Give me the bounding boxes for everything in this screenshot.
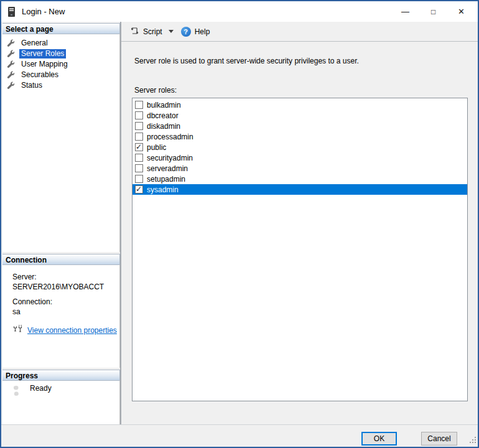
view-connection-properties-link[interactable]: View connection properties [27,326,117,335]
sidebar-item-label: Server Roles [19,49,66,58]
progress-header: Progress [2,370,120,381]
role-name: bulkadmin [147,101,181,110]
role-checkbox[interactable] [135,111,143,119]
page-list: General Server Roles User Mapping Secura… [2,34,120,252]
role-checkbox[interactable] [135,122,143,130]
role-name: diskadmin [147,122,180,131]
select-a-page-header: Select a page [2,23,120,34]
script-button[interactable]: Script [127,24,165,39]
server-role-row[interactable]: bulkadmin [133,100,467,110]
wrench-icon [7,71,15,79]
role-name: securityadmin [147,154,193,162]
role-checkbox[interactable] [135,175,143,183]
sidebar-item-label: Status [19,81,44,90]
server-role-row[interactable]: public [133,142,467,152]
page-description: Server role is used to grant server-wide… [134,57,359,65]
toolbar: Script ? Help [121,22,478,42]
server-role-row[interactable]: diskadmin [133,121,467,131]
role-name: processadmin [147,133,193,141]
role-name: public [147,143,166,152]
server-role-row[interactable]: setupadmin [133,174,467,184]
sidebar-item-securables[interactable]: Securables [2,70,119,80]
close-button[interactable]: ✕ [447,1,475,22]
main-panel: Script ? Help Server role is used to gra… [121,22,478,424]
connection-header: Connection [2,254,120,265]
maximize-button[interactable]: □ [419,1,447,22]
server-role-row[interactable]: serveradmin [133,163,467,174]
script-label: Script [143,27,162,36]
connection-label: Connection: [12,297,119,306]
server-role-row[interactable]: dbcreator [133,110,467,121]
server-roles-list[interactable]: bulkadmin dbcreator diskadmin processadm… [132,98,468,401]
script-dropdown-caret[interactable] [167,30,175,33]
minimize-button[interactable]: — [391,1,419,22]
window-controls: — □ ✕ [391,1,475,22]
role-checkbox[interactable] [135,143,143,151]
connection-panel: Server: SERVER2016\MYOBACCT Connection: … [2,265,120,368]
script-icon [130,26,139,37]
role-name: setupadmin [147,175,185,184]
cancel-button[interactable]: Cancel [421,432,457,446]
wrench-icon [7,82,15,90]
role-checkbox[interactable] [135,133,143,141]
server-role-row[interactable]: sysadmin [133,184,467,195]
resize-grip[interactable] [470,437,477,446]
server-roles-label: Server roles: [134,86,177,95]
title-bar: Login - New — □ ✕ [1,1,478,22]
server-app-icon [7,6,16,17]
role-checkbox[interactable] [135,154,143,162]
window-title: Login - New [22,7,65,16]
help-button[interactable]: ? Help [178,24,213,39]
sidebar-item-general[interactable]: General [2,38,119,49]
help-label: Help [195,27,210,36]
help-icon: ? [181,27,191,37]
server-label: Server: [12,273,119,281]
progress-panel: Ready [2,381,120,424]
wrench-icon [7,60,15,68]
ok-button[interactable]: OK [361,432,397,446]
sidebar-item-label: Securables [19,70,60,80]
wrench-icon [7,39,15,47]
role-name: dbcreator [147,111,179,120]
sidebar-item-server-roles[interactable]: Server Roles [2,49,119,59]
progress-spinner-icon [11,386,21,396]
role-name: serveradmin [147,164,188,173]
connection-value: sa [12,307,119,316]
login-new-dialog: Login - New — □ ✕ Select a page General … [0,0,479,448]
role-checkbox[interactable] [135,185,143,194]
server-role-row[interactable]: processadmin [133,131,467,142]
wrench-icon [7,50,15,58]
footer-bar: OK Cancel [1,424,478,447]
sidebar-item-status[interactable]: Status [2,80,119,91]
server-role-row[interactable]: securityadmin [133,152,467,163]
role-checkbox[interactable] [135,164,143,172]
sidebar-item-user-mapping[interactable]: User Mapping [2,59,119,70]
role-checkbox[interactable] [135,101,143,109]
progress-status: Ready [30,384,52,393]
connection-properties-icon [12,325,24,335]
role-name: sysadmin [147,185,179,194]
sidebar-item-label: User Mapping [19,60,70,69]
server-value: SERVER2016\MYOBACCT [12,282,119,291]
sidebar-item-label: General [19,39,50,48]
